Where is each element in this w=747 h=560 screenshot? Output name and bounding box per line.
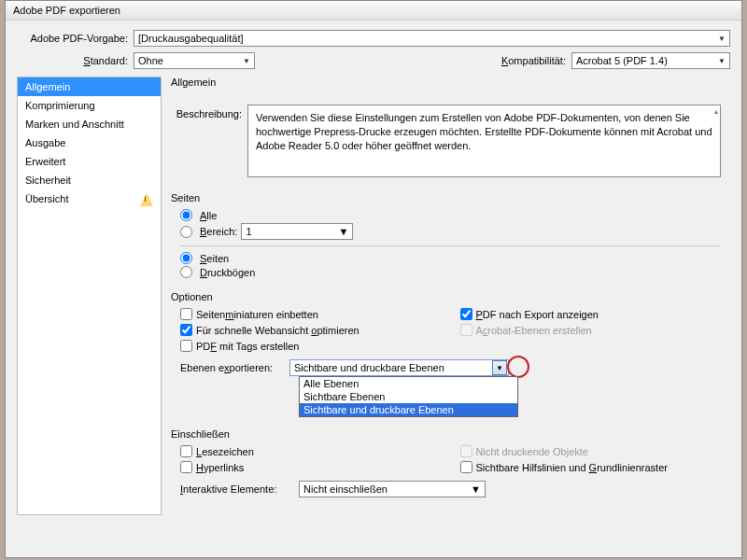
fast-web-checkbox[interactable] [180,324,192,336]
window-title: Adobe PDF exportieren [13,5,120,16]
pages-group-title: Seiten [171,192,721,203]
pages-all-radio[interactable] [180,209,192,221]
annotation-circle [507,356,529,378]
interactive-label: Interaktive Elemente: [180,483,299,495]
interactive-select[interactable]: Nicht einschließen▼ [299,481,486,497]
tagged-checkbox[interactable] [180,340,192,352]
export-layers-dropdown: Alle Ebenen Sichtbare Ebenen Sichtbare u… [299,376,518,417]
acrobat-layers-checkbox [460,324,472,336]
pages-pages-label: Seiten [200,253,229,264]
chevron-down-icon: ▼ [471,483,481,495]
warning-icon [140,193,153,206]
dropdown-item-visible-printable[interactable]: Sichtbare und druckbare Ebenen [300,403,517,416]
titlebar: Adobe PDF exportieren [6,1,741,21]
pages-pages-radio[interactable] [180,252,192,264]
sidebar-item-advanced[interactable]: Erweitert [18,152,161,171]
bookmarks-label: Lesezeichen [196,446,254,457]
sidebar-item-security[interactable]: Sicherheit [18,171,161,189]
chevron-down-icon[interactable]: ▼ [492,360,507,375]
chevron-down-icon: ▼ [243,57,250,65]
sidebar-item-output[interactable]: Ausgabe [18,133,161,152]
options-group-title: Optionen [171,291,721,302]
preset-select[interactable]: [Druckausgabequalität]▼ [134,30,730,47]
nonprinting-checkbox [460,445,472,457]
pages-spreads-radio[interactable] [180,266,192,278]
pages-range-radio[interactable] [180,226,192,238]
pages-range-label: Bereich: [200,226,237,237]
pages-range-input[interactable]: 1▼ [241,223,353,240]
chevron-down-icon: ▼ [718,35,726,43]
thumbnails-checkbox[interactable] [180,308,192,320]
dropdown-item-visible[interactable]: Sichtbare Ebenen [300,390,517,403]
acrobat-layers-label: Acrobat-Ebenen erstellen [476,325,592,336]
description-label: Beschreibung: [171,105,247,119]
thumbnails-label: Seitenminiaturen einbetten [196,309,318,320]
nonprinting-label: Nicht druckende Objekte [476,446,588,457]
sidebar-item-summary[interactable]: Übersicht [18,189,161,208]
dropdown-item-all[interactable]: Alle Ebenen [300,377,517,390]
tagged-label: PDF mit Tags erstellen [196,341,299,352]
pages-spreads-label: Druckbögen [200,267,255,278]
view-after-checkbox[interactable] [460,308,472,320]
export-layers-select[interactable]: Sichtbare und druckbare Ebenen ▼ [289,359,509,376]
description-textarea[interactable]: Verwenden Sie diese Einstellungen zum Er… [247,105,721,177]
pages-all-label: Alle [200,210,217,221]
standard-label: Standard: [17,55,134,66]
hyperlinks-checkbox[interactable] [180,461,192,473]
fast-web-label: Für schnelle Webansicht optimieren [196,325,359,336]
sidebar: Allgemein Komprimierung Marken und Ansch… [17,77,162,515]
scroll-up-icon[interactable]: ▴ [714,107,718,118]
compat-label: Kompatibilität: [501,55,571,66]
export-pdf-window: Adobe PDF exportieren Adobe PDF-Vorgabe:… [5,0,742,558]
export-layers-label: Ebenen exportieren: [180,362,289,373]
guides-checkbox[interactable] [460,461,472,473]
sidebar-item-general[interactable]: Allgemein [18,77,161,96]
general-panel: Allgemein Beschreibung: Verwenden Sie di… [162,77,730,515]
preset-label: Adobe PDF-Vorgabe: [17,33,134,44]
view-after-label: PDF nach Export anzeigen [476,309,599,320]
standard-select[interactable]: Ohne▼ [134,52,255,69]
include-group-title: Einschließen [171,428,721,440]
panel-title: Allgemein [171,77,721,88]
compat-select[interactable]: Acrobat 5 (PDF 1.4)▼ [571,52,730,69]
chevron-down-icon: ▼ [718,57,726,65]
bookmarks-checkbox[interactable] [180,445,192,457]
sidebar-item-compression[interactable]: Komprimierung [18,96,161,115]
sidebar-item-marks[interactable]: Marken und Anschnitt [18,115,161,133]
chevron-down-icon: ▼ [338,226,348,237]
hyperlinks-label: Hyperlinks [196,462,244,473]
guides-label: Sichtbare Hilfslinien und Grundlinienras… [476,462,668,473]
